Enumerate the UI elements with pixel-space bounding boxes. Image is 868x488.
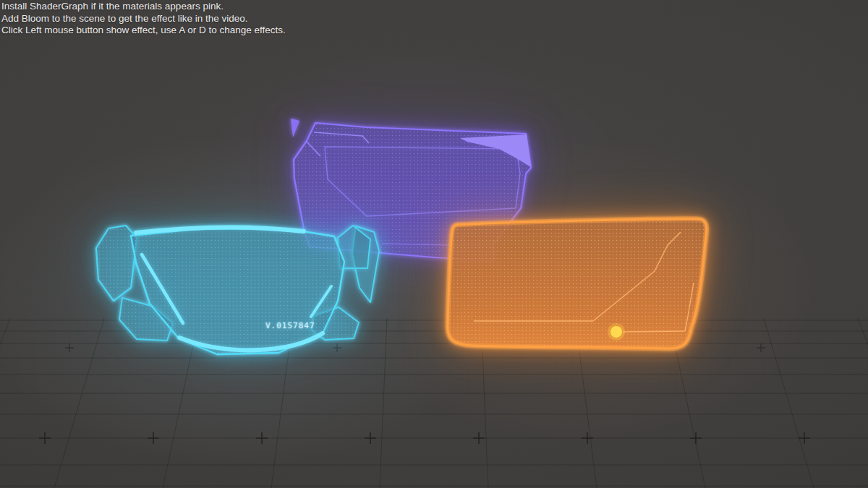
instruction-line: Add Bloom to the scene to get the effect… xyxy=(1,13,286,25)
orange-hud-panel[interactable] xyxy=(448,219,707,348)
scene-canvas[interactable] xyxy=(0,0,868,488)
orange-panel-body[interactable] xyxy=(448,219,707,348)
ground-grid xyxy=(0,317,868,488)
instruction-line: Click Left mouse button show effect, use… xyxy=(1,25,286,37)
indicator-dot xyxy=(610,326,622,338)
instructions-overlay: Install ShaderGraph if it the materials … xyxy=(1,1,286,37)
version-label: V.0157847 xyxy=(265,321,315,330)
cyan-hud-panel[interactable] xyxy=(96,226,379,354)
game-viewport[interactable]: Install ShaderGraph if it the materials … xyxy=(0,0,868,488)
instruction-line: Install ShaderGraph if it the materials … xyxy=(1,1,286,13)
purple-corner-triangle xyxy=(291,119,299,137)
